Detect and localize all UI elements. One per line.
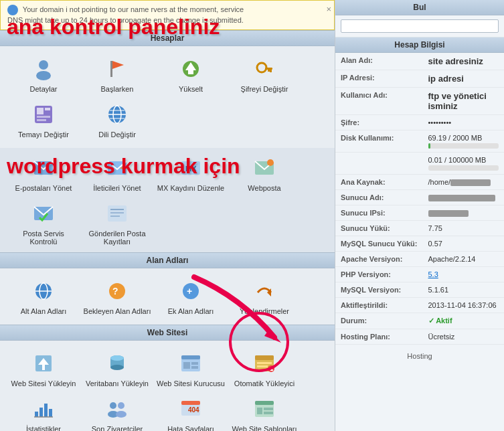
- section-hesaplar: Hesaplar: [0, 30, 335, 46]
- item-webposta[interactable]: Webposta: [228, 151, 301, 196]
- value-sunucu-ip: [423, 205, 505, 221]
- label-alan-adi: Alan Adı:: [335, 53, 423, 70]
- item-gonderilen[interactable]: Gönderilen Posta Kayıtları: [80, 196, 154, 250]
- item-dilidegistir-label: Dili Değiştir: [98, 131, 136, 139]
- php-version-link[interactable]: 5.3: [428, 270, 438, 278]
- forward-icon: [104, 155, 131, 181]
- svg-point-63: [110, 402, 116, 409]
- label-bandwidth: [335, 153, 423, 175]
- item-baslarken[interactable]: Başlarken: [80, 52, 154, 97]
- visitors-icon: [104, 396, 131, 422]
- item-epostalari-label: E-postaları Yönet: [15, 184, 72, 192]
- svg-rect-29: [108, 205, 127, 222]
- item-temadegistir[interactable]: Temayı Değiştir: [7, 97, 80, 143]
- row-apache: Apache Versiyon: Apache/2.2.14: [335, 252, 504, 267]
- item-epostalari[interactable]: E-postaları Yönet: [7, 151, 80, 196]
- svg-text:404: 404: [188, 406, 199, 414]
- svg-point-45: [110, 365, 124, 370]
- svg-text:?: ?: [112, 286, 118, 296]
- row-aktif: Aktifleştirildi: 2013-11-04 16:37:06: [335, 298, 504, 313]
- svg-rect-72: [257, 408, 262, 414]
- hesap-bilgisi-header: Hesap Bilgisi: [335, 37, 504, 53]
- item-yonlendirmeler[interactable]: Yönlendirmeler: [228, 274, 301, 319]
- subdomain-icon: [30, 278, 57, 305]
- item-ileticileri[interactable]: İleticileri Yönet: [80, 151, 154, 196]
- label-sunucu-yuku: Sunucu Yükü:: [335, 221, 423, 236]
- row-sunucu-yukü: Sunucu Yükü: 7.75: [335, 221, 504, 236]
- item-alt-alan[interactable]: Alt Alan Adları: [7, 274, 80, 319]
- svg-rect-2: [110, 61, 112, 77]
- sunucu-ip-redacted: [428, 210, 469, 217]
- item-yukselt[interactable]: Yükselt: [154, 52, 228, 97]
- label-sunucu-ip: Sunucu IPsi:: [335, 205, 423, 221]
- value-apache: Apache/2.2.14: [423, 252, 505, 267]
- search-box: [335, 15, 504, 37]
- svg-rect-13: [45, 108, 50, 110]
- item-mxkaydi[interactable]: MX MX Kaydını Düzenle: [154, 151, 228, 196]
- value-disk: 69.19 / 2000 MB: [423, 131, 505, 153]
- item-hata-sayfalari[interactable]: 404 Hata Sayfaları: [154, 392, 228, 431]
- svg-point-0: [39, 60, 48, 70]
- label-aktif: Aktifleştirildi:: [335, 298, 423, 313]
- item-bekleyen[interactable]: ? Bekleyen Alan Adları: [80, 274, 154, 319]
- svg-marker-3: [112, 61, 124, 69]
- hesap-bilgisi-table: Alan Adı: site adresiniz IP Adresi: ip a…: [335, 53, 504, 345]
- svg-text:+: +: [187, 286, 192, 296]
- svg-rect-68: [181, 401, 200, 405]
- svg-rect-60: [44, 404, 48, 417]
- item-web-kurucusu[interactable]: Web Sitesi Kurucusu: [154, 346, 228, 392]
- row-durum: Durum: ✓ Aktif: [335, 313, 504, 329]
- value-aktif: 2013-11-04 16:37:06: [423, 298, 505, 313]
- flag-icon: [104, 56, 131, 82]
- item-son-ziyaretciler[interactable]: Son Ziyaretçiler: [80, 392, 154, 431]
- svg-point-46: [110, 355, 124, 361]
- user-icon: [30, 56, 57, 82]
- item-web-sablonlari-label: Web Site Şablonları: [232, 425, 297, 431]
- label-ip-adresi: IP Adresi:: [335, 70, 423, 88]
- item-sifredegistir[interactable]: Şifreyi Değiştir: [228, 52, 301, 97]
- label-durum: Durum:: [335, 313, 423, 329]
- item-webposta-label: Webposta: [248, 184, 280, 192]
- upgrade-icon: [177, 56, 204, 82]
- svg-text:▲: ▲: [269, 366, 274, 372]
- item-detaylar[interactable]: Detaylar: [7, 52, 80, 97]
- svg-rect-8: [265, 68, 272, 70]
- svg-rect-59: [39, 408, 43, 417]
- svg-rect-49: [183, 362, 190, 369]
- bandwidth-progress-bar: [428, 165, 499, 171]
- svg-rect-54: [257, 362, 272, 364]
- svg-rect-51: [191, 366, 198, 369]
- item-son-ziyaretciler-label: Son Ziyaretçiler: [92, 425, 143, 431]
- label-sunucu-adi: Sunucu Adı:: [335, 190, 423, 205]
- value-php: 5.3: [423, 267, 505, 282]
- label-kullanici-adi: Kullanıcı Adı:: [335, 88, 423, 115]
- db-upload-icon: [104, 350, 131, 377]
- row-hosting-plani: Hosting Planı: Ücretsiz: [335, 329, 504, 345]
- disk-progress-fill: [428, 143, 431, 149]
- item-mxkaydi-label: MX Kaydını Düzenle: [157, 184, 224, 192]
- item-web-yukle[interactable]: Web Sitesi Yükleyin: [7, 346, 80, 392]
- value-sunucu-yuku: 7.75: [423, 221, 505, 236]
- item-ek-alan-label: Ek Alan Adları: [168, 307, 214, 315]
- item-bekleyen-label: Bekleyen Alan Adları: [84, 307, 151, 315]
- item-otomatik-yukleyici[interactable]: ▲ Otomatik Yükleyici: [228, 346, 301, 392]
- value-ip-adresi: ip adresi: [423, 70, 505, 88]
- item-web-sablonlari[interactable]: Web Site Şablonları: [228, 392, 301, 431]
- svg-rect-10: [268, 70, 270, 72]
- item-dilidegistir[interactable]: Dili Değiştir: [80, 97, 154, 143]
- theme-icon: [30, 101, 57, 128]
- item-ek-alan[interactable]: + Ek Alan Adları: [154, 274, 228, 319]
- section-alan-adlari: Alan Adları: [0, 252, 335, 268]
- row-alan-adi: Alan Adı: site adresiniz: [335, 53, 504, 70]
- item-posta-servis[interactable]: Posta Servis Kontrolü: [7, 196, 80, 250]
- item-gonderilen-label: Gönderilen Posta Kayıtları: [83, 230, 151, 246]
- svg-rect-9: [270, 70, 272, 72]
- value-sifre: •••••••••: [423, 115, 505, 131]
- row-bandwidth: 0.01 / 100000 MB: [335, 153, 504, 175]
- item-baslarken-label: Başlarken: [101, 85, 134, 93]
- search-input[interactable]: [341, 19, 499, 33]
- sunucu-adi-redacted: [428, 195, 495, 201]
- item-db-yukle[interactable]: Veritabanı Yükleyin: [80, 346, 154, 392]
- alert-close-button[interactable]: ×: [326, 3, 331, 15]
- item-istatistikler[interactable]: İstatistikler: [7, 392, 80, 431]
